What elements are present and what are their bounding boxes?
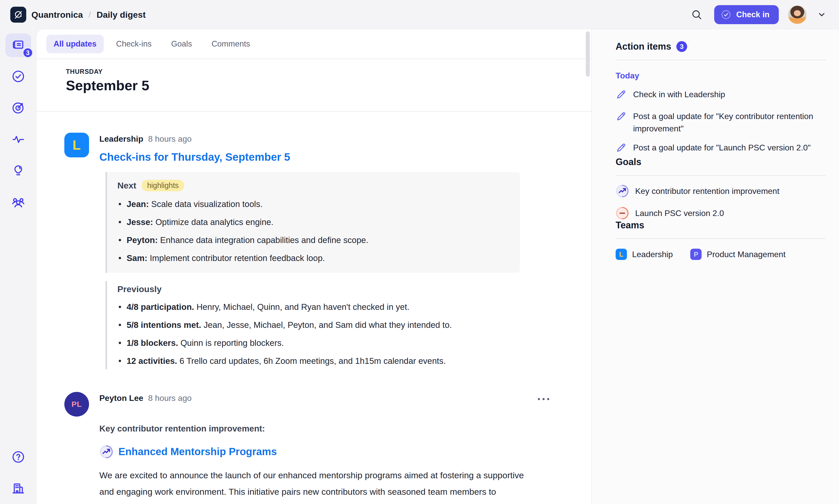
goals-title: Goals bbox=[616, 157, 826, 167]
post-author[interactable]: Peyton Lee bbox=[99, 393, 143, 403]
main-surface: All updates Check-ins Goals Comments THU… bbox=[37, 29, 839, 504]
team-item-leadership[interactable]: L Leadership bbox=[616, 249, 673, 260]
tab-goals[interactable]: Goals bbox=[164, 35, 199, 53]
users-icon bbox=[11, 194, 26, 210]
post-timestamp: 8 hours ago bbox=[148, 134, 192, 143]
post-author-line: Peyton Lee 8 hours ago bbox=[99, 393, 192, 403]
previously-bullet: 1/8 blockers. Quinn is reporting blocker… bbox=[117, 337, 510, 349]
pencil-icon bbox=[616, 142, 627, 157]
app-window: Quantronica / Daily digest Check in bbox=[0, 0, 839, 504]
building-icon bbox=[11, 481, 26, 496]
breadcrumb: Quantronica / Daily digest bbox=[10, 7, 146, 23]
user-avatar[interactable] bbox=[788, 5, 807, 24]
pencil-icon bbox=[616, 111, 627, 135]
next-bullet: Jesse: Optimize data analytics engine. bbox=[117, 216, 510, 228]
goal-link[interactable]: Enhanced Mentorship Programs bbox=[118, 446, 277, 457]
sidebar-item-help[interactable] bbox=[11, 449, 26, 464]
next-section: Next highlights Jean: Scale data visuali… bbox=[106, 172, 520, 273]
divider bbox=[616, 175, 826, 176]
peyton-avatar[interactable]: PL bbox=[64, 392, 89, 417]
post-title-link[interactable]: Check-ins for Thursday, September 5 bbox=[99, 151, 290, 163]
top-actions: Check in bbox=[688, 5, 828, 24]
lightbulb-icon bbox=[11, 163, 26, 178]
sidebar-item-checkins[interactable] bbox=[11, 69, 26, 84]
brand-name[interactable]: Quantronica bbox=[31, 10, 83, 20]
teams-title: Teams bbox=[616, 220, 826, 231]
sidebar: 3 bbox=[0, 29, 37, 504]
pencil-icon bbox=[616, 89, 627, 103]
chevron-down-icon[interactable] bbox=[816, 9, 828, 21]
breadcrumb-separator: / bbox=[89, 10, 91, 20]
sidebar-item-organization[interactable] bbox=[11, 481, 26, 496]
post-timestamp: 8 hours ago bbox=[148, 393, 192, 403]
action-item[interactable]: Check in with Leadership bbox=[616, 88, 826, 103]
teams-row: L Leadership P Product Management bbox=[616, 249, 826, 260]
next-bullet: Peyton: Enhance data integration capabil… bbox=[117, 234, 510, 246]
sidebar-item-digest[interactable]: 3 bbox=[5, 33, 31, 57]
sidebar-item-teams[interactable] bbox=[11, 194, 26, 210]
date-header: THURSDAY September 5 bbox=[37, 59, 591, 112]
post-author-line: Leadership 8 hours ago bbox=[99, 134, 290, 144]
post-menu-button[interactable] bbox=[536, 396, 551, 402]
tab-comments[interactable]: Comments bbox=[204, 35, 257, 53]
previously-bullet: 4/8 participation. Henry, Michael, Quinn… bbox=[117, 301, 510, 313]
goal-progress-icon bbox=[99, 445, 113, 459]
ellipsis-icon bbox=[538, 398, 540, 400]
target-icon bbox=[11, 100, 26, 115]
previously-section: Previously 4/8 participation. Henry, Mic… bbox=[106, 281, 520, 369]
sidebar-item-ideas[interactable] bbox=[11, 163, 26, 178]
goal-update-subtitle: Key contributor rentention improvement: bbox=[99, 424, 571, 434]
next-bullet: Jean: Scale data visualization tools. bbox=[117, 198, 510, 210]
goal-at-risk-icon bbox=[616, 206, 629, 220]
previously-heading: Previously bbox=[117, 284, 162, 294]
action-items-count-badge: 3 bbox=[676, 41, 687, 52]
quantronica-logo-icon[interactable] bbox=[10, 7, 26, 23]
tab-all-updates[interactable]: All updates bbox=[46, 35, 104, 53]
divider bbox=[616, 238, 826, 239]
right-panel: Action items 3 Today Check in with Leade… bbox=[592, 29, 839, 504]
goal-progress-icon bbox=[616, 184, 629, 198]
post-author[interactable]: Leadership bbox=[99, 134, 143, 143]
action-item[interactable]: Post a goal update for "Launch PSC versi… bbox=[616, 141, 826, 157]
scrollbar-thumb[interactable] bbox=[586, 31, 590, 77]
leadership-team-badge: L bbox=[616, 249, 627, 260]
next-heading: Next bbox=[117, 181, 136, 191]
action-items-title: Action items bbox=[616, 41, 671, 52]
search-button[interactable] bbox=[688, 6, 705, 23]
sidebar-item-goals[interactable] bbox=[11, 100, 26, 115]
previously-bullet: 12 activities. 6 Trello card updates, 6h… bbox=[117, 355, 510, 367]
date-label: September 5 bbox=[66, 77, 591, 93]
team-item-product-management[interactable]: P Product Management bbox=[690, 249, 785, 260]
page-title: Daily digest bbox=[97, 10, 146, 20]
help-icon bbox=[11, 449, 26, 464]
post-body: We are excited to announce the launch of… bbox=[99, 467, 529, 504]
check-circle-icon bbox=[720, 9, 732, 20]
goal-item-on-track[interactable]: Key contributor rentention improvement bbox=[616, 184, 826, 198]
weekday-label: THURSDAY bbox=[66, 68, 591, 75]
tab-check-ins[interactable]: Check-ins bbox=[109, 35, 159, 53]
search-icon bbox=[691, 8, 703, 21]
top-bar: Quantronica / Daily digest Check in bbox=[0, 0, 839, 29]
feed-tabs: All updates Check-ins Goals Comments bbox=[37, 29, 591, 59]
check-circle-icon bbox=[11, 69, 26, 84]
product-management-team-badge: P bbox=[690, 249, 702, 260]
today-group-label: Today bbox=[616, 71, 826, 80]
post-leadership: L Leadership 8 hours ago Check-ins for T… bbox=[37, 133, 591, 369]
divider bbox=[616, 60, 826, 60]
check-in-button[interactable]: Check in bbox=[714, 5, 779, 24]
previously-bullet: 5/8 intentions met. Jean, Jesse, Michael… bbox=[117, 319, 510, 331]
next-bullet: Sam: Implement contributor retention fee… bbox=[117, 252, 510, 264]
goal-item-at-risk[interactable]: Launch PSC version 2.0 bbox=[616, 206, 826, 220]
check-in-label: Check in bbox=[736, 10, 770, 19]
highlights-badge: highlights bbox=[142, 180, 185, 191]
action-items-list: Check in with Leadership Post a goal upd… bbox=[616, 88, 826, 157]
post-peyton: PL Peyton Lee 8 hours ago Key contributo… bbox=[37, 392, 591, 504]
action-item[interactable]: Post a goal update for "Key contributor … bbox=[616, 110, 826, 135]
sidebar-item-activity[interactable] bbox=[11, 132, 26, 147]
activity-icon bbox=[11, 132, 26, 147]
feed-column: All updates Check-ins Goals Comments THU… bbox=[37, 29, 592, 504]
leadership-avatar[interactable]: L bbox=[64, 133, 89, 157]
digest-badge: 3 bbox=[22, 47, 33, 58]
